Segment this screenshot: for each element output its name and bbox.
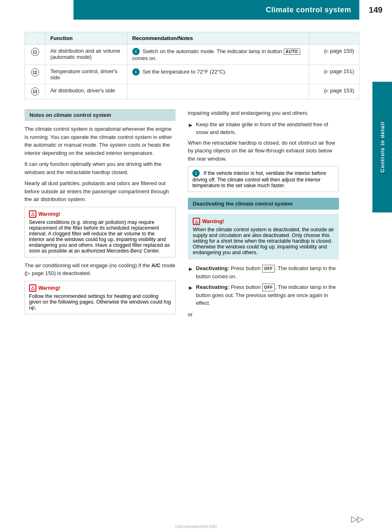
main-content: Function Recommendation/Notes 11 Air dis…	[0, 20, 392, 532]
arrow-icon-3: ►	[188, 284, 194, 307]
left-para3: Nearly all dust particles, pollutants an…	[24, 179, 176, 203]
row3-page: (▹ page 153)	[309, 84, 359, 99]
function-table: Function Recommendation/Notes 11 Air dis…	[24, 32, 359, 99]
bottom-arrows: ▷▷	[351, 514, 363, 524]
watermark: carmanualonline.info	[175, 524, 217, 529]
left-para2: It can only function optimally when you …	[24, 160, 176, 176]
arrow-icon-2: ►	[188, 265, 194, 281]
right-column: impairing visibility and endangering you…	[188, 109, 339, 322]
left-para1: The climate control system is operationa…	[24, 125, 176, 157]
left-para4: The air conditioning will not engage (no…	[24, 262, 176, 277]
info-icon-1: i	[132, 48, 140, 55]
page-number-box: 149	[359, 0, 392, 20]
table-header-page	[309, 32, 359, 45]
deactivate-header: Deactivating the climate control system	[188, 198, 339, 210]
table-row: 12 Temperature control, driver's side i …	[25, 65, 359, 84]
table-header-num	[25, 32, 45, 45]
deactivate-label: Deactivating:	[196, 265, 229, 271]
warning-triangle-icon-2: △	[29, 284, 36, 292]
auto-button: AUTO	[284, 49, 300, 55]
row3-recommendation	[127, 84, 309, 99]
reactivate-label: Reactivating:	[196, 284, 229, 290]
off-btn-2: OFF	[262, 284, 275, 291]
row3-num: 13	[31, 87, 39, 96]
warning2-title: △ Warning!	[29, 284, 171, 292]
row2-function: Temperature control, driver's side	[45, 65, 127, 84]
row1-num: 11	[31, 48, 39, 56]
warning2-text: Follow the recommended settings for heat…	[29, 293, 171, 311]
page-number: 149	[369, 5, 382, 15]
header-teal: Climate control system	[74, 0, 359, 20]
two-col-layout: Notes on climate control system The clim…	[24, 109, 359, 322]
row2-recommendation: i Set the temperature to 72°F (22°C).	[127, 65, 309, 84]
table-header-recommendation: Recommendation/Notes	[127, 32, 309, 45]
bullet-reactivating: ► Reactivating: Press button OFF. The in…	[188, 283, 339, 307]
info-icon-3: i	[192, 170, 200, 177]
warning-box-teal: △ Warning! When the climate control syst…	[188, 214, 339, 259]
row1-function: Air distribution and air volume (automat…	[45, 45, 127, 65]
notes-header: Notes on climate control system	[24, 109, 176, 121]
row1-page: (▹ page 150)	[309, 45, 359, 65]
warning-triangle-icon-3: △	[193, 218, 200, 225]
warning1-title: △ Warning!	[29, 210, 171, 218]
table-row: 13 Air distribution, driver's side (▹ pa…	[25, 84, 359, 99]
table-row: 11 Air distribution and air volume (auto…	[25, 45, 359, 65]
arrow-icon-1: ►	[188, 121, 194, 136]
row1-recommendation: i Switch on the automatic mode. The indi…	[127, 45, 309, 65]
row3-function: Air distribution, driver's side	[45, 84, 127, 99]
warning-teal-text: When the climate control system is deact…	[193, 227, 334, 255]
info-box: i If the vehicle interior is hot, ventil…	[188, 166, 339, 192]
info-text: If the vehicle interior is hot, ventilat…	[192, 170, 326, 188]
info-icon-2: i	[132, 68, 140, 76]
off-btn-1: OFF	[262, 265, 275, 273]
warning-box-1: △ Warning! Severe conditions (e.g. stron…	[24, 207, 176, 257]
right-para2: When the retractable hardtop is closed, …	[188, 139, 339, 163]
bullet-deactivating: ► Deactivating: Press button OFF. The in…	[188, 264, 339, 281]
left-column: Notes on climate control system The clim…	[24, 109, 176, 322]
warning-teal-title: △ Warning!	[193, 218, 334, 225]
warning-triangle-icon-1: △	[29, 210, 36, 218]
row2-num: 12	[31, 68, 39, 76]
header-bar: Climate control system 149	[0, 0, 392, 20]
bullet-snow: ► Keep the air intake grille in front of…	[188, 121, 339, 136]
row2-page: (▹ page 151)	[309, 65, 359, 84]
warning-box-2: △ Warning! Follow the recommended settin…	[24, 281, 176, 314]
or-text: or	[188, 311, 339, 319]
right-para1: impairing visibility and endangering you…	[188, 109, 339, 117]
header-title: Climate control system	[266, 6, 351, 14]
table-header-function: Function	[45, 32, 127, 45]
warning1-text: Severe conditions (e.g. strong air pollu…	[29, 219, 170, 254]
